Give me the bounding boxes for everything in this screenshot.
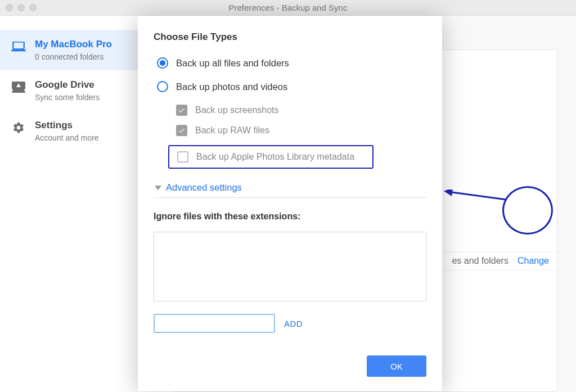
- folder-text-fragment: es and folders: [452, 256, 508, 266]
- window-title: Preferences - Backup and Sync: [0, 3, 576, 12]
- checkbox-backup-apple-photos-metadata[interactable]: Back up Apple Photos Library metadata: [168, 145, 374, 169]
- advanced-settings-label: Advanced settings: [166, 182, 242, 193]
- window-titlebar: Preferences - Backup and Sync: [0, 0, 576, 16]
- sidebar-item-title: My MacBook Pro: [35, 39, 112, 50]
- add-button[interactable]: ADD: [284, 319, 303, 328]
- sidebar-item-subtitle: Sync some folders: [35, 93, 100, 102]
- add-extension-row: ADD: [154, 314, 426, 333]
- gear-icon: [11, 122, 26, 133]
- sidebar: My MacBook Pro 0 connected folders Googl…: [0, 16, 138, 392]
- ok-button[interactable]: OK: [367, 355, 426, 377]
- radio-backup-photos-videos[interactable]: Back up photos and videos: [154, 81, 426, 92]
- radio-label: Back up photos and videos: [176, 82, 287, 92]
- checkbox-unchecked-icon: [177, 151, 188, 163]
- ignore-extensions-label: Ignore files with these extensions:: [154, 211, 426, 222]
- svg-rect-0: [13, 42, 24, 49]
- sidebar-item-my-macbook-pro[interactable]: My MacBook Pro 0 connected folders: [0, 30, 138, 70]
- change-button[interactable]: Change: [518, 256, 549, 266]
- sidebar-item-settings[interactable]: Settings Account and more: [0, 111, 138, 151]
- checkbox-label: Back up RAW files: [195, 125, 269, 136]
- svg-rect-1: [11, 49, 26, 51]
- radio-label: Back up all files and folders: [176, 58, 289, 69]
- dialog-heading: Choose File Types: [154, 31, 426, 43]
- sidebar-item-google-drive[interactable]: Google Drive Sync some folders: [0, 70, 138, 111]
- checkbox-backup-raw-files[interactable]: Back up RAW files: [176, 125, 426, 136]
- checkbox-label: Back up Apple Photos Library metadata: [196, 152, 354, 162]
- checkbox-checked-icon: [176, 125, 187, 136]
- checkbox-checked-icon: [176, 105, 187, 116]
- chevron-down-icon: [155, 186, 161, 190]
- radio-unselected-icon: [157, 81, 168, 92]
- sidebar-item-subtitle: 0 connected folders: [35, 52, 112, 61]
- checkbox-label: Back up screenshots: [195, 105, 279, 115]
- extension-input[interactable]: [154, 314, 275, 333]
- laptop-icon: [11, 41, 26, 52]
- sidebar-item-title: Settings: [35, 120, 99, 131]
- drive-icon: [11, 82, 26, 93]
- radio-backup-all[interactable]: Back up all files and folders: [154, 57, 426, 69]
- radio-selected-icon: [157, 57, 168, 69]
- sidebar-item-subtitle: Account and more: [35, 133, 99, 142]
- checkbox-backup-screenshots[interactable]: Back up screenshots: [176, 105, 426, 116]
- ignored-extensions-list[interactable]: [154, 232, 426, 301]
- choose-file-types-dialog: Choose File Types Back up all files and …: [138, 16, 442, 391]
- sidebar-item-title: Google Drive: [35, 79, 100, 91]
- advanced-settings-toggle[interactable]: Advanced settings: [154, 178, 426, 198]
